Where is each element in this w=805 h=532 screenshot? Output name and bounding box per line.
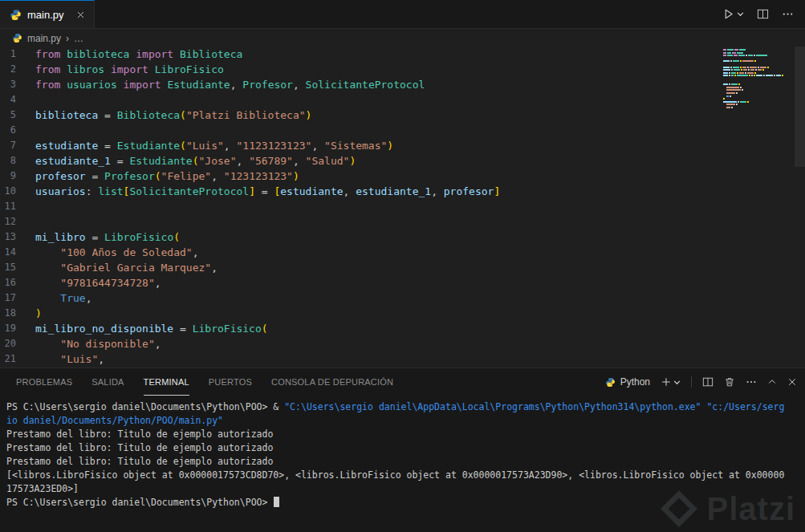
line-number: 7 xyxy=(0,138,35,153)
code-text: from libros import LibroFisico xyxy=(35,62,224,77)
breadcrumb: main.py › … xyxy=(0,30,805,47)
line-number: 16 xyxy=(0,275,35,290)
code-text: usuarios: list[SolicitanteProtocol] = [e… xyxy=(35,184,500,199)
code-text: "100 Años de Soledad", xyxy=(35,245,199,260)
panel-tab-terminal[interactable]: TERMINAL xyxy=(144,368,189,396)
panel-tab-salida[interactable]: SALIDA xyxy=(91,368,124,396)
breadcrumb-file[interactable]: main.py xyxy=(27,33,61,44)
code-text: "Gabriel Garcia Marquez", xyxy=(35,260,218,275)
close-icon xyxy=(76,10,85,19)
panel-header: PROBLEMASSALIDATERMINALPUERTOSCONSOLA DE… xyxy=(0,368,805,396)
code-line: 1from biblioteca import Biblioteca xyxy=(0,47,805,62)
split-editor-button[interactable] xyxy=(757,8,769,20)
line-number: 10 xyxy=(0,184,35,199)
terminal-line: PS C:\Users\sergio daniel\Documents\Pyth… xyxy=(6,400,805,414)
minimap[interactable] xyxy=(723,47,792,109)
terminal-cursor xyxy=(274,497,279,507)
code-line: 21 "Luis", xyxy=(0,351,805,367)
terminal-line: Prestamo del libro: Titulo de ejemplo au… xyxy=(6,441,805,455)
breadcrumb-more[interactable]: … xyxy=(74,33,83,44)
split-terminal-icon xyxy=(702,376,714,388)
line-number: 1 xyxy=(0,47,35,62)
code-text: from usuarios import Estudiante, Profeso… xyxy=(35,77,425,92)
line-number: 9 xyxy=(0,169,35,184)
code-line: 6 xyxy=(0,123,805,138)
code-line: 5biblioteca = Biblioteca("Platzi Bibliot… xyxy=(0,108,805,123)
kill-terminal-button[interactable] xyxy=(724,376,735,388)
chevron-up-icon xyxy=(767,377,777,387)
code-text: biblioteca = Biblioteca("Platzi Bibliote… xyxy=(35,108,311,123)
code-text: ) xyxy=(35,306,42,321)
python-terminal-icon xyxy=(605,377,616,388)
divider xyxy=(691,376,692,388)
terminal-content[interactable]: PS C:\Users\sergio daniel\Documents\Pyth… xyxy=(6,396,805,532)
new-terminal-button[interactable] xyxy=(661,376,681,388)
panel-tab-consola-de-depuración[interactable]: CONSOLA DE DEPURACIÓN xyxy=(271,368,393,396)
play-icon xyxy=(722,8,734,20)
terminal-profile-label: Python xyxy=(620,376,650,388)
line-number: 17 xyxy=(0,290,35,306)
editor-scrollbar[interactable] xyxy=(795,47,805,167)
split-terminal-button[interactable] xyxy=(702,376,714,388)
code-text: mi_libro_no_disponible = LibroFisico( xyxy=(35,321,268,336)
line-number: 11 xyxy=(0,199,35,214)
close-panel-button[interactable] xyxy=(787,377,797,387)
maximize-panel-button[interactable] xyxy=(767,377,777,387)
panel-tab-problemas[interactable]: PROBLEMAS xyxy=(16,368,72,396)
terminal-line: Prestamo del libro: Titulo de ejemplo au… xyxy=(6,428,805,441)
code-line: 12 xyxy=(0,214,805,229)
code-line: 14 "100 Años de Soledad", xyxy=(0,245,805,260)
tab-close-button[interactable] xyxy=(76,10,85,19)
ellipsis-icon xyxy=(782,8,794,20)
code-line: 15 "Gabriel Garcia Marquez", xyxy=(0,260,805,275)
code-text: True, xyxy=(35,290,91,306)
ellipsis-icon xyxy=(746,376,757,388)
code-line: 2from libros import LibroFisico xyxy=(0,62,805,77)
code-text: estudiante = Estudiante("Luis", "1123123… xyxy=(35,138,393,153)
bottom-panel: PROBLEMASSALIDATERMINALPUERTOSCONSOLA DE… xyxy=(0,368,805,532)
line-number: 12 xyxy=(0,214,35,229)
terminal-line: PS C:\Users\sergio daniel\Documents\Pyth… xyxy=(6,496,805,510)
terminal-line: io daniel/Documents/Python/POO/main.py" xyxy=(6,414,805,428)
run-button[interactable] xyxy=(722,8,744,20)
code-line: 3from usuarios import Estudiante, Profes… xyxy=(0,77,805,92)
code-line: 7estudiante = Estudiante("Luis", "112312… xyxy=(0,138,805,153)
code-line: 19mi_libro_no_disponible = LibroFisico( xyxy=(0,321,805,336)
code-text: "9781644734728", xyxy=(35,275,161,290)
code-line: 16 "9781644734728", xyxy=(0,275,805,290)
chevron-down-icon xyxy=(737,10,744,18)
editor-actions xyxy=(722,0,805,28)
line-number: 18 xyxy=(0,306,35,321)
line-number: 2 xyxy=(0,62,35,77)
terminal-more-actions-button[interactable] xyxy=(746,376,757,388)
code-text: "No disponible", xyxy=(35,336,161,351)
code-text: from biblioteca import Biblioteca xyxy=(35,47,242,62)
panel-tab-puertos[interactable]: PUERTOS xyxy=(209,368,252,396)
close-icon xyxy=(787,377,797,387)
tab-main-py[interactable]: main.py xyxy=(0,0,95,28)
terminal-line: Prestamo del libro: Titulo de ejemplo au… xyxy=(6,455,805,469)
breadcrumb-separator: › xyxy=(66,33,69,44)
line-number: 21 xyxy=(0,351,35,367)
code-line: 17 True, xyxy=(0,290,805,306)
line-number: 15 xyxy=(0,260,35,275)
editor-lines[interactable]: 1from biblioteca import Biblioteca2from … xyxy=(0,47,805,368)
editor-more-actions-button[interactable] xyxy=(782,8,794,20)
code-line: 8estudiante_1 = Estudiante("Jose", "5678… xyxy=(0,153,805,169)
plus-icon xyxy=(661,376,672,388)
chevron-down-icon xyxy=(673,379,681,386)
line-number: 6 xyxy=(0,123,35,138)
terminal-line: 17573A23ED0>] xyxy=(6,482,805,496)
editor-tab-bar: main.py xyxy=(0,0,805,29)
line-number: 4 xyxy=(0,92,35,108)
terminal-line: [<libros.LibroFisico object at 0x0000017… xyxy=(6,469,805,482)
line-number: 13 xyxy=(0,229,35,245)
python-terminal-item[interactable]: Python xyxy=(605,376,650,388)
code-text: estudiante_1 = Estudiante("Jose", "56789… xyxy=(35,153,356,169)
code-text: mi_libro = LibroFisico( xyxy=(35,229,180,245)
line-number: 19 xyxy=(0,321,35,336)
code-text: "Luis", xyxy=(35,351,104,367)
line-number: 14 xyxy=(0,245,35,260)
split-editor-icon xyxy=(757,8,769,20)
python-icon xyxy=(10,9,22,21)
